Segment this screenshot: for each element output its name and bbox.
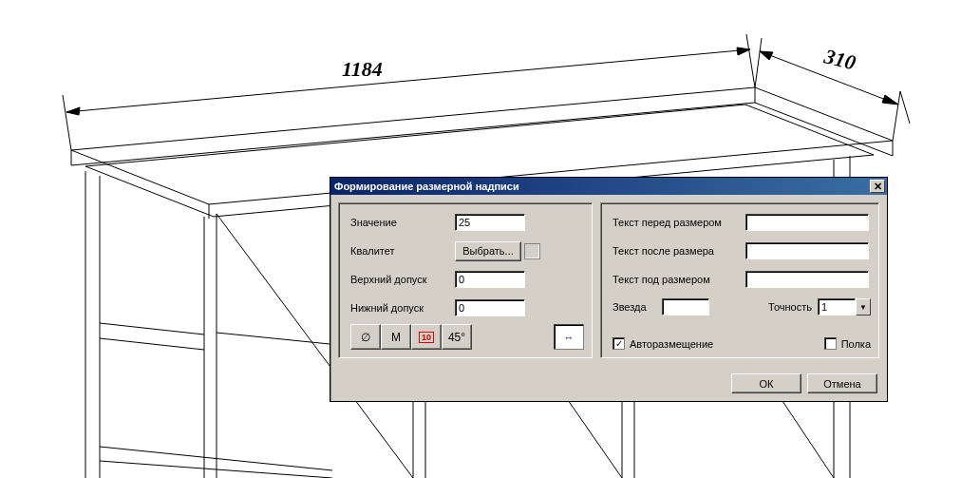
- svg-marker-41: [882, 95, 898, 105]
- lower-tolerance-label: Нижний допуск: [350, 302, 455, 314]
- dimension-preview: ↔: [554, 324, 584, 350]
- dialog-title: Формирование размерной надписи: [334, 181, 519, 192]
- auto-placement-label: Авторазмещение: [630, 338, 713, 350]
- svg-line-1: [755, 87, 893, 141]
- svg-line-25: [100, 338, 204, 350]
- precision-label: Точность: [768, 301, 812, 313]
- tolerance-frame-button[interactable]: 10: [411, 324, 442, 350]
- lower-tolerance-input[interactable]: [455, 299, 525, 316]
- upper-tolerance-label: Верхний допуск: [350, 274, 455, 285]
- text-before-input[interactable]: [745, 214, 869, 231]
- star-label: Звезда: [612, 301, 662, 313]
- svg-line-13: [755, 103, 893, 156]
- text-after-label: Текст после размера: [612, 245, 745, 257]
- degree-symbol-button[interactable]: 45°: [442, 324, 472, 350]
- right-panel: Текст перед размером Текст после размера…: [600, 202, 879, 358]
- left-panel: Значение Квалитет Выбрать... Верхний доп…: [338, 202, 593, 358]
- svg-line-34: [66, 49, 750, 112]
- ok-button[interactable]: ОК: [731, 373, 801, 393]
- svg-line-4: [85, 105, 745, 166]
- choose-qualitet-button[interactable]: Выбрать...: [455, 241, 521, 261]
- close-button[interactable]: ✕: [870, 180, 885, 193]
- qualitet-label: Квалитет: [350, 245, 455, 257]
- svg-line-2: [71, 150, 209, 204]
- svg-line-38: [893, 91, 900, 141]
- svg-marker-40: [760, 51, 773, 60]
- shelf-checkbox[interactable]: [824, 337, 837, 350]
- svg-line-33: [746, 34, 755, 87]
- text-after-input[interactable]: [745, 242, 869, 259]
- diameter-symbol-button[interactable]: ∅: [350, 324, 381, 350]
- value-input[interactable]: [455, 214, 525, 231]
- svg-marker-35: [66, 107, 80, 115]
- svg-line-24: [100, 323, 204, 335]
- svg-line-0: [71, 87, 755, 150]
- svg-line-6: [85, 166, 214, 217]
- qualitet-indicator: [524, 243, 540, 259]
- dimension-inscription-dialog: Формирование размерной надписи ✕ Значени…: [330, 177, 888, 402]
- precision-combo[interactable]: ▼: [818, 298, 871, 315]
- dialog-titlebar[interactable]: Формирование размерной надписи ✕: [330, 178, 887, 195]
- shelf-label: Полка: [841, 338, 871, 350]
- svg-line-32: [63, 95, 71, 150]
- auto-placement-checkbox[interactable]: ✓: [612, 337, 625, 350]
- svg-line-12: [71, 103, 755, 165]
- upper-tolerance-input[interactable]: [455, 271, 525, 288]
- precision-dropdown-button[interactable]: ▼: [856, 298, 871, 315]
- svg-marker-36: [737, 48, 750, 55]
- cancel-button[interactable]: Отмена: [807, 373, 877, 393]
- svg-line-42: [900, 91, 910, 124]
- svg-line-37: [755, 38, 762, 87]
- svg-line-5: [745, 105, 874, 155]
- text-before-label: Текст перед размером: [612, 217, 745, 228]
- metric-symbol-button[interactable]: М: [381, 324, 411, 350]
- precision-input[interactable]: [818, 298, 856, 315]
- text-under-label: Текст под размером: [612, 274, 745, 285]
- star-input[interactable]: [662, 298, 709, 315]
- dimension-1184: 1184: [342, 57, 383, 82]
- value-label: Значение: [350, 217, 455, 228]
- text-under-input[interactable]: [745, 271, 869, 288]
